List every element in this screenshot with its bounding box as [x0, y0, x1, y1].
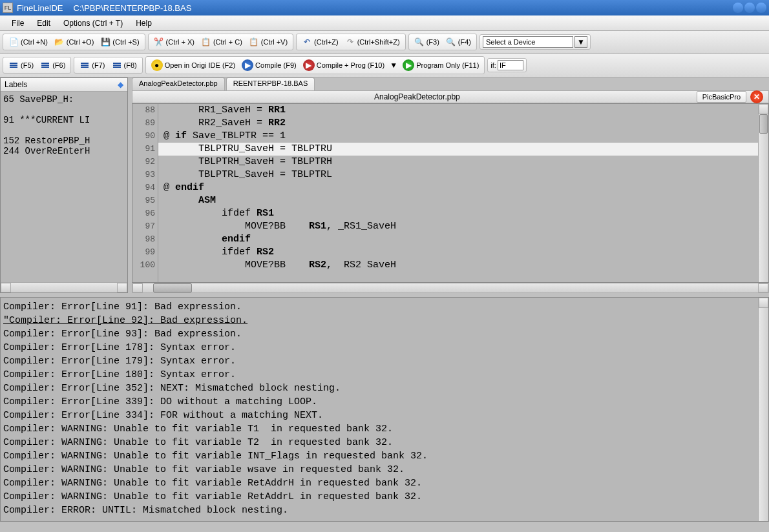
sidebar-hscroll[interactable]: [1, 282, 127, 292]
output-line[interactable]: Compiler: Error[Line 178]: Syntax error.: [3, 341, 766, 354]
output-line[interactable]: Compiler: Error[Line 91]: Bad expression…: [3, 300, 766, 314]
compile-button[interactable]: ▶Compile (F9): [239, 58, 299, 72]
step-f6-button[interactable]: (F6): [37, 59, 68, 72]
sidebar-line[interactable]: 65 SavePBP_H:: [3, 94, 125, 105]
code-line[interactable]: ASM: [158, 194, 758, 207]
hscroll-thumb[interactable]: [153, 283, 192, 292]
program-only-button[interactable]: ▶Program Only (F11): [400, 58, 481, 72]
line-gutter: 888990919293949596979899100: [132, 104, 158, 282]
code-line[interactable]: TBLPTRH_SaveH = TBLPTRH: [158, 156, 758, 169]
sidebar-line[interactable]: 152 RestorePBP_H: [3, 136, 125, 146]
copy-icon: 📋: [201, 37, 211, 47]
output-line[interactable]: Compiler: WARNING: Unable to fit variabl…: [3, 449, 766, 463]
scroll-up-button[interactable]: [759, 298, 768, 308]
step-f7-button[interactable]: (F7): [77, 59, 107, 72]
compile-prog-button[interactable]: ▶Compile + Prog (F10): [300, 58, 387, 72]
device-dropdown-arrow[interactable]: ▼: [574, 36, 587, 48]
code-line[interactable]: RR1_SaveH = RR1: [158, 104, 758, 117]
code-line[interactable]: ifdef RS1: [158, 207, 758, 220]
output-line[interactable]: Compiler: WARNING: Unable to fit variabl…: [3, 422, 766, 436]
find-next-button[interactable]: 🔍(F4): [443, 36, 474, 48]
editor-vscroll[interactable]: [758, 104, 768, 282]
output-line[interactable]: Compiler: WARNING: Unable to fit variabl…: [3, 436, 766, 449]
open-file-button[interactable]: 📂(Ctrl +O): [52, 36, 96, 48]
f6-label: (F6): [52, 61, 65, 69]
findnext-label: (F4): [458, 38, 471, 46]
code-line[interactable]: TBLPTRU_SaveH = TBLPTRU: [158, 143, 758, 156]
sidebar-header[interactable]: Labels ◆: [1, 78, 127, 92]
output-line[interactable]: Compiler: ERROR: UNTIL: Mismatched block…: [3, 504, 766, 517]
dropdown-small-icon[interactable]: ▼: [388, 60, 399, 70]
scroll-right-button[interactable]: [117, 283, 127, 292]
code-line[interactable]: ifdef RS2: [158, 246, 758, 259]
save-file-button[interactable]: 💾(Ctrl +S): [98, 36, 142, 48]
scroll-thumb[interactable]: [759, 114, 768, 134]
open-orig-ide-button[interactable]: ●Open in Origi IDE (F2): [149, 58, 238, 72]
new-file-button[interactable]: 📄(Ctrl +N): [6, 36, 50, 48]
diamond-icon: ◆: [118, 80, 123, 89]
sidebar-line[interactable]: 91 ***CURRENT LI: [3, 115, 125, 125]
code-line[interactable]: TBLPTRL_SaveH = TBLPTRL: [158, 169, 758, 181]
menu-file[interactable]: File: [5, 16, 30, 30]
cut-button[interactable]: ✂️(Ctrl + X): [151, 36, 197, 48]
tab[interactable]: AnalogPeakDetector.pbp: [132, 77, 225, 90]
undo-button[interactable]: ↶(Ctrl+Z): [299, 36, 341, 48]
f5-label: (F5): [21, 61, 34, 69]
output-line[interactable]: Compiler: Error[Line 180]: Syntax error.: [3, 368, 766, 382]
output-line[interactable]: Compiler: Error[Line 93]: Bad expression…: [3, 327, 766, 341]
sidebar-line[interactable]: [3, 125, 125, 136]
step-f5-button[interactable]: (F5): [6, 59, 36, 72]
compileprog-label: Compile + Prog (F10): [317, 61, 384, 69]
if-input[interactable]: [498, 60, 523, 70]
code-area[interactable]: RR1_SaveH = RR1 RR2_SaveH = RR2@ if Save…: [158, 104, 758, 282]
close-button[interactable]: [756, 3, 766, 13]
paste-button[interactable]: 📋(Ctrl +V): [246, 36, 290, 48]
step-f8-button[interactable]: (F8): [109, 59, 140, 72]
output-line[interactable]: Compiler: Error[Line 339]: DO without a …: [3, 395, 766, 409]
redo-button[interactable]: ↷(Ctrl+Shift+Z): [342, 36, 403, 48]
app-name: FineLineIDE: [17, 3, 63, 13]
line-number: 96: [132, 207, 155, 220]
output-line[interactable]: Compiler: Error[Line 334]: FOR without a…: [3, 409, 766, 422]
output-line[interactable]: Compiler: Error[Line 179]: Syntax error.: [3, 354, 766, 368]
code-line[interactable]: endif: [158, 233, 758, 246]
menu-edit[interactable]: Edit: [30, 16, 57, 30]
code-line[interactable]: MOVE?BB RS2, RS2 SaveH: [158, 259, 758, 272]
scroll-right-button[interactable]: [758, 283, 768, 292]
sidebar-content[interactable]: 65 SavePBP_H: 91 ***CURRENT LI 152 Resto…: [1, 92, 127, 282]
sidebar-title: Labels: [5, 80, 27, 89]
output-line[interactable]: Compiler: WARNING: Unable to fit variabl…: [3, 476, 766, 490]
code-line[interactable]: @ endif: [158, 181, 758, 194]
copy-button[interactable]: 📋(Ctrl + C): [198, 36, 245, 48]
output-panel[interactable]: Compiler: Error[Line 91]: Bad expression…: [0, 297, 769, 522]
editor-language[interactable]: PicBasicPro: [697, 91, 746, 103]
code-line[interactable]: RR2_SaveH = RR2: [158, 117, 758, 130]
search-icon: 🔍: [414, 37, 425, 47]
close-tab-button[interactable]: ✕: [750, 90, 763, 103]
code-line[interactable]: @ if Save_TBLPTR == 1: [158, 130, 758, 143]
line-number: 88: [132, 104, 155, 117]
output-vscroll[interactable]: [758, 298, 768, 521]
find-button[interactable]: 🔍(F3): [412, 36, 442, 48]
toolbar-row-2: (F5) (F6) (F7) (F8) ●Open in Origi IDE (…: [0, 54, 769, 77]
minimize-button[interactable]: [733, 3, 743, 13]
device-select[interactable]: [483, 36, 573, 48]
output-line[interactable]: Compiler: WARNING: Unable to fit variabl…: [3, 490, 766, 504]
tab[interactable]: REENTERPBP-18.BAS: [226, 77, 315, 90]
output-line[interactable]: Compiler: WARNING: Unable to fit variabl…: [3, 463, 766, 476]
menu-options[interactable]: Options (Ctrl + T): [57, 16, 129, 30]
code-line[interactable]: MOVE?BB RS1, _RS1_SaveH: [158, 220, 758, 233]
sidebar-line[interactable]: [3, 105, 125, 115]
output-line[interactable]: "Compiler: Error[Line 92]: Bad expressio…: [3, 314, 766, 327]
save-label: (Ctrl +S): [112, 38, 139, 46]
scroll-left-button[interactable]: [1, 283, 11, 292]
menu-help[interactable]: Help: [129, 16, 158, 30]
step-icon: [40, 60, 50, 70]
scroll-up-button[interactable]: [759, 104, 768, 114]
editor-hscroll[interactable]: [132, 283, 769, 293]
sidebar-line[interactable]: 244 OverReEnterH: [3, 146, 125, 156]
scroll-left-button[interactable]: [132, 283, 143, 292]
output-line[interactable]: Compiler: Error[Line 352]: NEXT: Mismatc…: [3, 382, 766, 395]
scissors-icon: ✂️: [154, 37, 164, 47]
maximize-button[interactable]: [744, 3, 755, 13]
